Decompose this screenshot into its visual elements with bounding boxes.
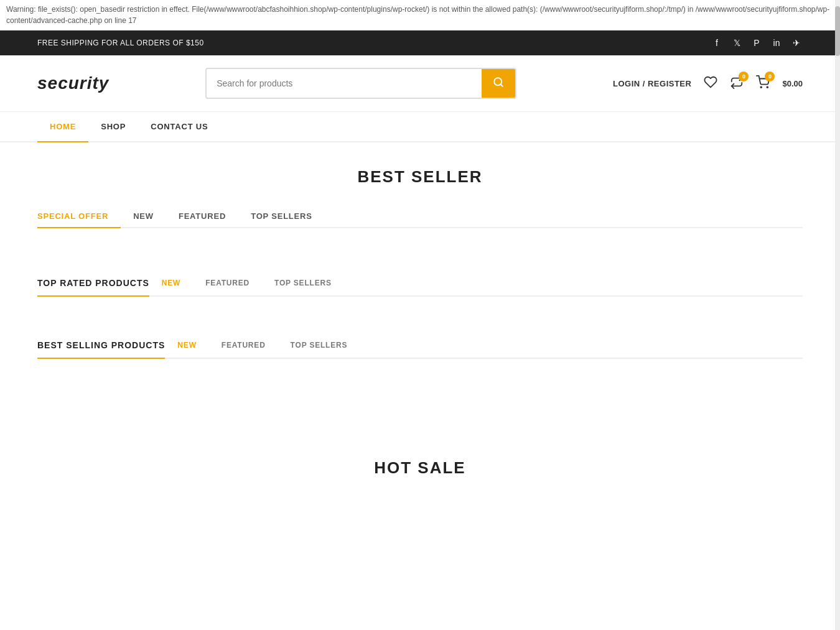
nav: HOME SHOP CONTACT US xyxy=(0,112,840,142)
warning-text: Warning: file_exists(): open_basedir res… xyxy=(6,5,829,25)
tab-top-rated-new[interactable]: NEW xyxy=(149,279,193,295)
wishlist-button[interactable] xyxy=(704,75,717,92)
nav-item-home[interactable]: HOME xyxy=(37,112,88,141)
search-bar xyxy=(205,68,516,99)
warning-bar: Warning: file_exists(): open_basedir res… xyxy=(0,0,840,30)
best-selling-section: BEST SELLING PRODUCTS NEW FEATURED TOP S… xyxy=(37,340,803,359)
main-content: BEST SELLER SPECIAL OFFER NEW FEATURED T… xyxy=(0,142,840,521)
header: security LOGIN / REGISTER xyxy=(0,55,840,112)
spacer-1 xyxy=(37,247,803,278)
social-icons: f 𝕏 P in ✈ xyxy=(711,37,803,49)
tab-featured-bestseller[interactable]: FEATURED xyxy=(166,205,238,227)
linkedin-icon[interactable]: in xyxy=(770,37,783,49)
best-seller-title: BEST SELLER xyxy=(37,167,803,187)
header-actions: LOGIN / REGISTER 0 0 $0.00 xyxy=(613,75,803,92)
cart-total: $0.00 xyxy=(782,79,803,88)
svg-point-2 xyxy=(761,86,762,88)
pinterest-icon[interactable]: P xyxy=(750,37,763,49)
spacer-2 xyxy=(37,309,803,340)
spacer-3 xyxy=(37,371,803,402)
tab-new-bestseller[interactable]: NEW xyxy=(121,205,166,227)
top-rated-title: TOP RATED PRODUCTS xyxy=(37,278,149,295)
tab-top-rated-featured[interactable]: FEATURED xyxy=(193,279,262,295)
hot-sale-title: HOT SALE xyxy=(37,458,803,478)
scrollbar[interactable] xyxy=(835,0,840,521)
x-twitter-icon[interactable]: 𝕏 xyxy=(730,37,743,49)
hot-sale-section: HOT SALE xyxy=(37,458,803,478)
tab-top-rated-top-sellers[interactable]: TOP SELLERS xyxy=(262,279,344,295)
shipping-text: FREE SHIPPING FOR ALL ORDERS OF $150 xyxy=(37,39,204,47)
search-button[interactable] xyxy=(482,69,515,98)
facebook-icon[interactable]: f xyxy=(711,37,723,49)
compare-badge: 0 xyxy=(739,72,749,81)
login-link[interactable]: LOGIN / REGISTER xyxy=(613,79,691,88)
logo[interactable]: security xyxy=(37,73,109,93)
svg-point-3 xyxy=(767,86,768,88)
compare-button[interactable]: 0 xyxy=(730,75,744,92)
tab-best-selling-featured[interactable]: FEATURED xyxy=(209,341,278,357)
cart-badge: 0 xyxy=(765,72,775,81)
nav-item-shop[interactable]: SHOP xyxy=(88,112,138,141)
tab-best-selling-new[interactable]: NEW xyxy=(165,341,208,357)
nav-item-contact[interactable]: CONTACT US xyxy=(138,112,220,141)
cart-button[interactable]: 0 xyxy=(756,75,770,92)
spacer-4 xyxy=(37,402,803,433)
top-rated-section: TOP RATED PRODUCTS NEW FEATURED TOP SELL… xyxy=(37,278,803,297)
best-seller-section: BEST SELLER SPECIAL OFFER NEW FEATURED T… xyxy=(37,167,803,228)
top-bar: FREE SHIPPING FOR ALL ORDERS OF $150 f 𝕏… xyxy=(0,30,840,55)
best-seller-tabs: SPECIAL OFFER NEW FEATURED TOP SELLERS xyxy=(37,205,803,228)
search-icon xyxy=(493,76,504,90)
best-selling-title: BEST SELLING PRODUCTS xyxy=(37,340,165,358)
telegram-icon[interactable]: ✈ xyxy=(790,37,803,49)
tab-top-sellers-bestseller[interactable]: TOP SELLERS xyxy=(238,205,325,227)
best-selling-header: BEST SELLING PRODUCTS NEW FEATURED TOP S… xyxy=(37,340,803,359)
scroll-thumb[interactable] xyxy=(835,6,840,56)
svg-line-1 xyxy=(501,84,503,86)
tab-special-offer[interactable]: SPECIAL OFFER xyxy=(37,205,121,227)
top-rated-header: TOP RATED PRODUCTS NEW FEATURED TOP SELL… xyxy=(37,278,803,297)
tab-best-selling-top-sellers[interactable]: TOP SELLERS xyxy=(278,341,360,357)
search-input[interactable] xyxy=(207,71,482,96)
